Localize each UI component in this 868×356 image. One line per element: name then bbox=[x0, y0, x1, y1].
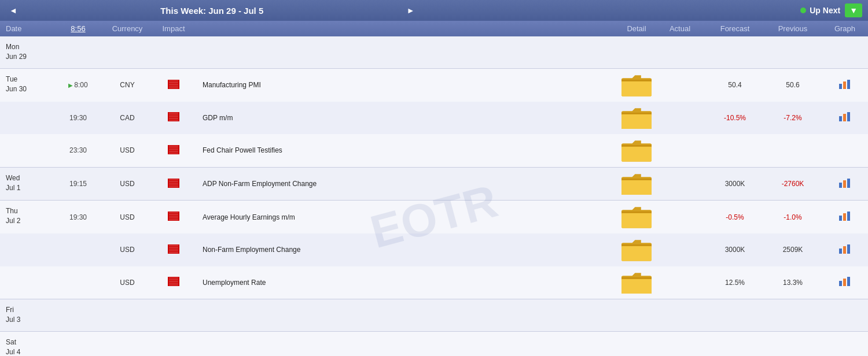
svg-rect-23 bbox=[839, 116, 842, 121]
event-row-thu-2: USD Unemployment Rate 12.5% 13.3% bbox=[0, 266, 868, 299]
event-currency: USD bbox=[104, 275, 150, 290]
col-graph: Graph bbox=[822, 24, 868, 33]
col-time[interactable]: 8:56 bbox=[52, 24, 104, 33]
event-impact bbox=[150, 241, 197, 259]
col-previous: Previous bbox=[764, 24, 822, 33]
event-forecast: 50.4 bbox=[706, 77, 764, 92]
event-time-empty bbox=[52, 279, 104, 286]
day-section-mon: MonJun 29 bbox=[0, 36, 868, 69]
event-previous: 50.6 bbox=[764, 77, 822, 92]
event-graph[interactable] bbox=[822, 175, 868, 194]
event-previous: -7.2% bbox=[764, 110, 822, 125]
up-next-section: Up Next bbox=[800, 6, 840, 15]
day-label-empty bbox=[0, 147, 52, 154]
event-detail[interactable] bbox=[619, 168, 654, 201]
event-actual bbox=[654, 147, 706, 154]
event-detail[interactable] bbox=[619, 266, 654, 299]
event-name[interactable]: Average Hourly Earnings m/m bbox=[197, 210, 619, 225]
next-week-button[interactable]: ► bbox=[403, 6, 418, 15]
calendar-body: MonJun 29 TueJun 30 ▶8:00 CNY Manufactur… bbox=[0, 36, 868, 356]
event-name[interactable]: GDP m/m bbox=[197, 110, 619, 125]
event-currency: USD bbox=[104, 210, 150, 225]
day-section-wed: WedJul 1 19:15 USD ADP Non-Farm Employme… bbox=[0, 168, 868, 201]
event-graph[interactable] bbox=[822, 108, 868, 127]
event-impact bbox=[150, 273, 197, 291]
svg-rect-34 bbox=[621, 147, 652, 162]
event-forecast: -10.5% bbox=[706, 110, 764, 125]
event-name[interactable]: Fed Chair Powell Testifies bbox=[197, 143, 619, 158]
event-currency: USD bbox=[104, 176, 150, 191]
svg-rect-73 bbox=[843, 246, 846, 254]
event-name[interactable]: ADP Non-Farm Employment Change bbox=[197, 176, 619, 191]
empty-cell bbox=[52, 312, 868, 319]
col-detail: Detail bbox=[619, 24, 654, 33]
event-impact bbox=[150, 142, 197, 160]
svg-rect-74 bbox=[847, 244, 850, 254]
svg-rect-9 bbox=[621, 80, 652, 81]
day-label-empty bbox=[0, 279, 52, 286]
svg-rect-86 bbox=[843, 279, 846, 286]
event-row-tue-0: TueJun 30 ▶8:00 CNY Manufacturing PMI 50… bbox=[0, 69, 868, 102]
event-row-thu-0: ThuJul 2 19:30 USD Average Hourly Earnin… bbox=[0, 201, 868, 233]
event-actual bbox=[654, 214, 706, 221]
svg-rect-59 bbox=[839, 216, 842, 221]
day-section-tue: TueJun 30 ▶8:00 CNY Manufacturing PMI 50… bbox=[0, 69, 868, 168]
event-currency: USD bbox=[104, 143, 150, 158]
event-impact bbox=[150, 76, 197, 94]
svg-rect-10 bbox=[839, 84, 842, 89]
header-bar: ◄ This Week: Jun 29 - Jul 5 ► Up Next ▼ bbox=[0, 0, 868, 21]
svg-rect-25 bbox=[847, 112, 850, 121]
event-detail[interactable] bbox=[619, 201, 654, 233]
svg-rect-60 bbox=[843, 213, 846, 221]
svg-rect-44 bbox=[621, 180, 652, 195]
event-impact bbox=[150, 208, 197, 226]
event-detail[interactable] bbox=[619, 102, 654, 135]
filter-button[interactable]: ▼ bbox=[845, 3, 862, 17]
event-name[interactable]: Manufacturing PMI bbox=[197, 77, 619, 92]
event-detail[interactable] bbox=[619, 69, 654, 102]
svg-rect-46 bbox=[839, 183, 842, 188]
svg-rect-85 bbox=[839, 281, 842, 286]
col-date: Date bbox=[0, 24, 52, 33]
event-row-thu-1: USD Non-Farm Employment Change 3000K 250… bbox=[0, 233, 868, 266]
event-time: 19:30 bbox=[52, 210, 104, 225]
svg-rect-70 bbox=[621, 246, 652, 261]
day-label-empty bbox=[0, 246, 52, 253]
event-forecast: 3000K bbox=[706, 176, 764, 191]
column-headers: Date 8:56 Currency Impact Detail Actual … bbox=[0, 21, 868, 36]
event-impact bbox=[150, 109, 197, 127]
svg-rect-21 bbox=[621, 114, 652, 129]
svg-rect-87 bbox=[847, 277, 850, 286]
day-label-thu: ThuJul 2 bbox=[0, 201, 52, 231]
svg-rect-35 bbox=[621, 145, 652, 147]
event-actual bbox=[654, 246, 706, 253]
empty-cell bbox=[52, 344, 868, 351]
event-previous: -2760K bbox=[764, 176, 822, 191]
col-impact: Impact bbox=[150, 24, 197, 33]
svg-rect-11 bbox=[843, 81, 846, 89]
playing-icon: ▶ bbox=[68, 82, 73, 88]
svg-rect-47 bbox=[843, 180, 846, 188]
svg-rect-22 bbox=[621, 113, 652, 114]
event-row-tue-1: 19:30 CAD GDP m/m -10.5% -7.2% bbox=[0, 102, 868, 135]
up-next-dot bbox=[800, 8, 806, 13]
svg-rect-8 bbox=[621, 81, 652, 97]
svg-rect-72 bbox=[839, 249, 842, 254]
event-graph[interactable] bbox=[822, 147, 868, 154]
day-row-mon: MonJun 29 bbox=[0, 36, 868, 68]
event-name[interactable]: Unemployment Rate bbox=[197, 275, 619, 290]
event-previous: 2509K bbox=[764, 242, 822, 257]
svg-rect-71 bbox=[621, 244, 652, 246]
event-graph[interactable] bbox=[822, 207, 868, 227]
event-graph[interactable] bbox=[822, 240, 868, 259]
event-detail[interactable] bbox=[619, 233, 654, 266]
event-graph[interactable] bbox=[822, 76, 868, 95]
event-name[interactable]: Non-Farm Employment Change bbox=[197, 242, 619, 257]
event-previous bbox=[764, 147, 822, 154]
event-time: 19:15 bbox=[52, 176, 104, 191]
svg-rect-57 bbox=[621, 213, 652, 228]
event-graph[interactable] bbox=[822, 273, 868, 292]
prev-week-button[interactable]: ◄ bbox=[6, 6, 21, 15]
event-detail[interactable] bbox=[619, 134, 654, 167]
event-forecast bbox=[706, 147, 764, 154]
